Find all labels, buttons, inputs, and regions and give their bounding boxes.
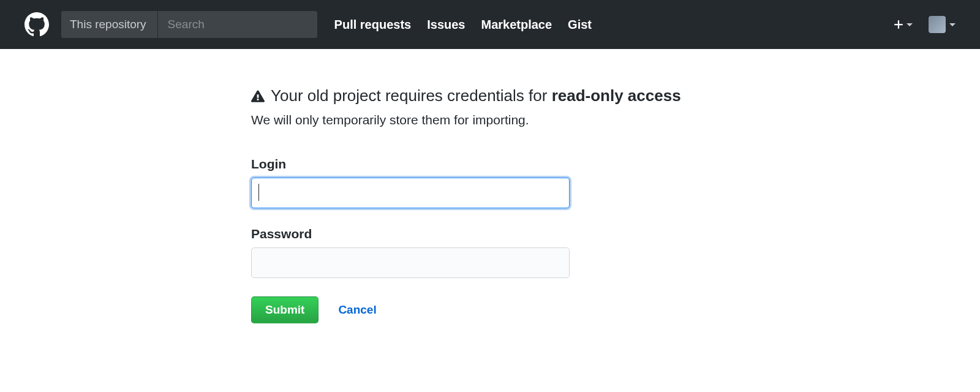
avatar — [929, 16, 946, 33]
main-content: Your old project requires credentials fo… — [251, 86, 729, 323]
nav-pull-requests[interactable]: Pull requests — [334, 18, 412, 32]
page-subtitle: We will only temporarily store them for … — [251, 113, 717, 127]
page-title-emphasis: read-only access — [552, 86, 681, 105]
github-mark-icon — [24, 12, 49, 37]
login-label: Login — [251, 157, 717, 172]
text-cursor — [258, 184, 259, 201]
password-label: Password — [251, 227, 717, 241]
form-actions: Submit Cancel — [251, 296, 717, 323]
password-field-group: Password — [251, 227, 717, 278]
primary-nav: Pull requests Issues Marketplace Gist — [334, 18, 592, 32]
password-input[interactable] — [251, 247, 570, 278]
github-logo[interactable] — [24, 12, 49, 37]
nav-issues[interactable]: Issues — [427, 18, 465, 32]
top-header: This repository Pull requests Issues Mar… — [0, 0, 980, 49]
caret-down-icon — [949, 23, 956, 26]
alert-triangle-icon — [251, 89, 265, 103]
user-menu[interactable] — [929, 16, 956, 33]
page-title-text: Your old project requires credentials fo… — [271, 86, 552, 105]
create-new-menu[interactable] — [893, 19, 913, 30]
page-title: Your old project requires credentials fo… — [251, 86, 717, 107]
login-field-group: Login — [251, 157, 717, 208]
nav-gist[interactable]: Gist — [568, 18, 592, 32]
submit-button[interactable]: Submit — [251, 296, 318, 323]
caret-down-icon — [907, 23, 913, 26]
cancel-link[interactable]: Cancel — [338, 303, 376, 317]
nav-marketplace[interactable]: Marketplace — [481, 18, 552, 32]
search-input[interactable] — [158, 11, 317, 38]
header-search: This repository — [61, 11, 317, 38]
login-input[interactable] — [251, 178, 570, 208]
plus-icon — [893, 19, 904, 30]
search-scope-label[interactable]: This repository — [61, 11, 158, 38]
header-right — [893, 16, 956, 33]
